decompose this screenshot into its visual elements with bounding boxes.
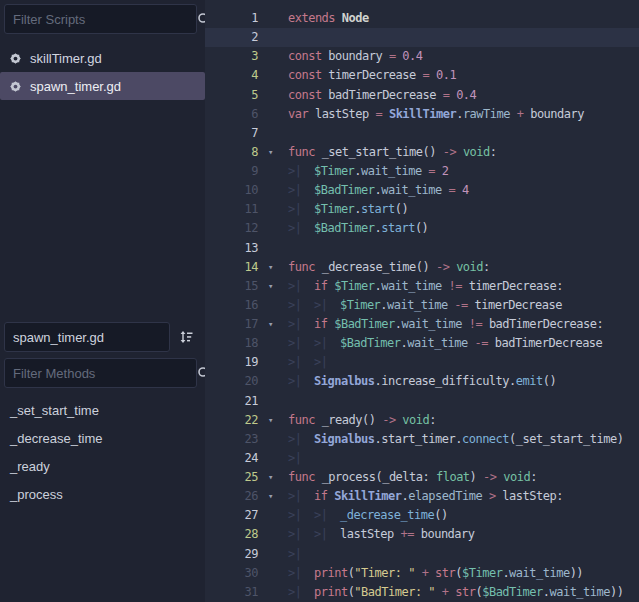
code-line[interactable]: 23>|Signalbus.start_timer.connect(_set_s…: [205, 430, 639, 449]
code-line[interactable]: 3const boundary = 0.4: [205, 47, 639, 66]
code-line[interactable]: 25▾func _process(_delta: float) -> void:: [205, 468, 639, 487]
code-line[interactable]: 10>|$BadTimer.wait_time = 4: [205, 181, 639, 200]
line-number[interactable]: 2: [205, 28, 266, 47]
filter-methods-input[interactable]: [5, 366, 197, 381]
code-line[interactable]: 21: [205, 392, 639, 411]
code-line[interactable]: 4const timerDecrease = 0.1: [205, 66, 639, 85]
current-script-label: spawn_timer.gd: [13, 330, 104, 345]
line-number[interactable]: 28: [205, 525, 266, 544]
method-list-item[interactable]: _ready: [0, 452, 205, 480]
code-text: const boundary = 0.4: [288, 47, 639, 66]
code-line[interactable]: 14▾func _decrease_time() -> void:: [205, 258, 639, 277]
code-line[interactable]: 28>|>|lastStep += boundary: [205, 525, 639, 544]
line-number[interactable]: 25: [205, 468, 266, 487]
line-number[interactable]: 29: [205, 545, 266, 564]
code-text: >|Signalbus.increase_difficulty.emit(): [288, 372, 639, 391]
code-line[interactable]: 12>|$BadTimer.start(): [205, 219, 639, 238]
code-line[interactable]: 30>|print("Timer: " + str($Timer.wait_ti…: [205, 564, 639, 583]
code-line[interactable]: 8▾func _set_start_time() -> void:: [205, 143, 639, 162]
line-number[interactable]: 22: [205, 411, 266, 430]
tab-marker: >|: [314, 353, 340, 372]
code-line[interactable]: 9>|$Timer.wait_time = 2: [205, 162, 639, 181]
sort-methods-icon[interactable]: [175, 327, 197, 347]
code-line[interactable]: 20>|Signalbus.increase_difficulty.emit(): [205, 372, 639, 391]
code-token: 4: [462, 183, 469, 197]
code-token: $BadTimer: [340, 336, 401, 350]
code-line[interactable]: 31>|print("BadTimer: " + str($BadTimer.w…: [205, 583, 639, 602]
line-number[interactable]: 14: [205, 258, 266, 277]
script-list-item[interactable]: skillTimer.gd: [0, 44, 205, 72]
script-list: skillTimer.gdspawn_timer.gd: [0, 44, 205, 100]
line-number[interactable]: 9: [205, 162, 266, 181]
fold-arrow-icon[interactable]: ▾: [266, 315, 288, 334]
code-token: _set_start_time(): [315, 145, 443, 159]
code-token: const: [288, 88, 322, 102]
code-line[interactable]: 29>|: [205, 545, 639, 564]
filter-methods-box: [4, 358, 197, 388]
script-list-item[interactable]: spawn_timer.gd: [0, 72, 205, 100]
fold-arrow-icon[interactable]: ▾: [266, 277, 288, 296]
fold-arrow-icon[interactable]: ▾: [266, 411, 288, 430]
code-editor[interactable]: 1extends Node23const boundary = 0.44cons…: [205, 0, 639, 602]
fold-arrow-icon[interactable]: ▾: [266, 143, 288, 162]
line-number[interactable]: 5: [205, 86, 266, 105]
line-number[interactable]: 27: [205, 506, 266, 525]
code-token: wait_time: [407, 336, 468, 350]
line-number[interactable]: 7: [205, 124, 266, 143]
code-line[interactable]: 15▾>|if $Timer.wait_time != timerDecreas…: [205, 277, 639, 296]
code-token: _decrease_time: [340, 508, 434, 522]
line-number[interactable]: 18: [205, 334, 266, 353]
code-line[interactable]: 2: [205, 28, 639, 47]
code-line[interactable]: 22▾func _ready() -> void:: [205, 411, 639, 430]
code-line[interactable]: 11>|$Timer.start(): [205, 200, 639, 219]
method-list-item[interactable]: _decrease_time: [0, 424, 205, 452]
code-text: >|>|$BadTimer.wait_time -= badTimerDecre…: [288, 334, 639, 353]
code-token: "Timer: ": [354, 566, 415, 580]
code-line[interactable]: 17▾>|if $BadTimer.wait_time != badTimerD…: [205, 315, 639, 334]
line-number[interactable]: 3: [205, 47, 266, 66]
code-line[interactable]: 1extends Node: [205, 9, 639, 28]
code-line[interactable]: 18>|>|$BadTimer.wait_time -= badTimerDec…: [205, 334, 639, 353]
code-line[interactable]: 5const badTimerDecrease = 0.4: [205, 86, 639, 105]
line-number[interactable]: 15: [205, 277, 266, 296]
line-number[interactable]: 13: [205, 239, 266, 258]
code-token: Signalbus: [314, 374, 375, 388]
fold-arrow-icon[interactable]: ▾: [266, 258, 288, 277]
fold-arrow-icon[interactable]: ▾: [266, 468, 288, 487]
line-number[interactable]: 12: [205, 219, 266, 238]
code-line[interactable]: 7: [205, 124, 639, 143]
line-number[interactable]: 30: [205, 564, 266, 583]
line-number[interactable]: 21: [205, 392, 266, 411]
line-number[interactable]: 6: [205, 105, 266, 124]
line-number[interactable]: 11: [205, 200, 266, 219]
code-line[interactable]: 16>|>|$Timer.wait_time -= timerDecrease: [205, 296, 639, 315]
line-number[interactable]: 19: [205, 353, 266, 372]
code-line[interactable]: 24>|: [205, 449, 639, 468]
method-list-item[interactable]: _process: [0, 480, 205, 508]
line-number[interactable]: 16: [205, 296, 266, 315]
current-script-box[interactable]: spawn_timer.gd: [4, 322, 170, 352]
code-line[interactable]: 13: [205, 239, 639, 258]
tab-marker: >|: [314, 296, 340, 315]
code-token: 0.1: [436, 68, 456, 82]
line-number[interactable]: 1: [205, 9, 266, 28]
code-line[interactable]: 26▾>|if SkillTimer.elapsedTime > lastSte…: [205, 487, 639, 506]
line-number[interactable]: 17: [205, 315, 266, 334]
code-line[interactable]: 27>|>|_decrease_time(): [205, 506, 639, 525]
filter-scripts-input[interactable]: [5, 12, 197, 27]
code-line[interactable]: 6var lastStep = SkillTimer.rawTime + bou…: [205, 105, 639, 124]
code-line[interactable]: 19>|>|: [205, 353, 639, 372]
line-number[interactable]: 26: [205, 487, 266, 506]
fold-gutter: [266, 353, 288, 372]
line-number[interactable]: 4: [205, 66, 266, 85]
code-token: timerDecrease: [322, 68, 423, 82]
line-number[interactable]: 20: [205, 372, 266, 391]
fold-arrow-icon[interactable]: ▾: [266, 487, 288, 506]
line-number[interactable]: 10: [205, 181, 266, 200]
line-number[interactable]: 24: [205, 449, 266, 468]
method-list-item[interactable]: _set_start_time: [0, 396, 205, 424]
code-token: [442, 279, 449, 293]
line-number[interactable]: 31: [205, 583, 266, 602]
line-number[interactable]: 8: [205, 143, 266, 162]
line-number[interactable]: 23: [205, 430, 266, 449]
